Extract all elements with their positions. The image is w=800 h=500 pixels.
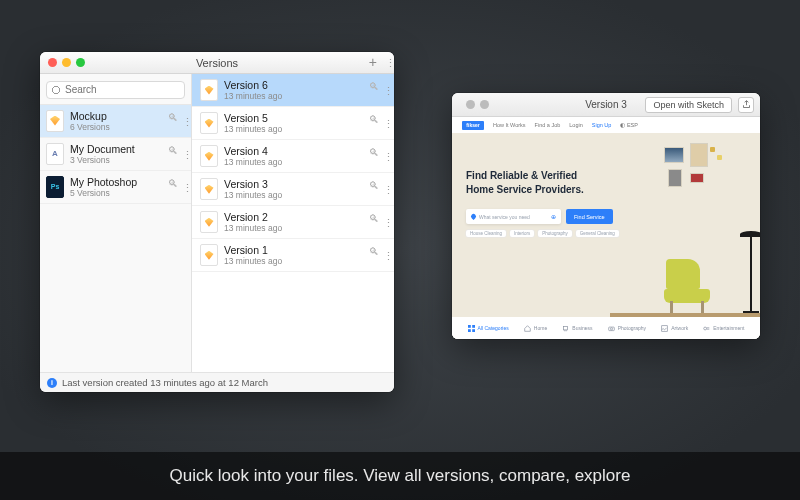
mock-category: Artwork (661, 325, 688, 332)
quicklook-icon[interactable]: 🔍︎ (369, 246, 379, 264)
minimize-icon[interactable] (62, 58, 71, 67)
quicklook-icon[interactable]: 🔍︎ (369, 81, 379, 99)
status-text: Last version created 13 minutes ago at 1… (62, 377, 268, 388)
nav-lang: ◐ ESP (620, 122, 638, 128)
more-icon[interactable] (383, 213, 386, 231)
version-time: 13 minutes ago (224, 223, 363, 233)
version-item[interactable]: Version 6 13 minutes ago 🔍︎ (192, 74, 394, 107)
file-subtitle: 3 Versions (70, 155, 162, 165)
nav-item: Login (569, 122, 582, 128)
file-name: My Document (70, 143, 162, 155)
version-item[interactable]: Version 4 13 minutes ago 🔍︎ (192, 140, 394, 173)
file-item[interactable]: My Document 3 Versions 🔍︎ (40, 138, 191, 171)
sketch-file-icon (200, 112, 218, 134)
quicklook-icon[interactable]: 🔍︎ (369, 180, 379, 198)
files-pane: Mockup 6 Versions 🔍︎ My Document 3 Versi… (40, 74, 192, 372)
file-subtitle: 5 Versions (70, 188, 162, 198)
svg-rect-2 (468, 329, 471, 332)
wall-frame-icon (690, 143, 708, 167)
share-button[interactable] (738, 97, 754, 113)
share-icon (742, 100, 751, 109)
wall-frame-icon (690, 173, 704, 183)
minimize-icon[interactable] (480, 100, 489, 109)
svg-rect-4 (564, 326, 568, 330)
svg-point-8 (704, 327, 707, 330)
close-icon[interactable] (48, 58, 57, 67)
mock-hero: Find Reliable & VerifiedHome Service Pro… (452, 133, 760, 339)
sketch-file-icon (200, 79, 218, 101)
mock-logo: fikser (462, 121, 484, 130)
version-name: Version 4 (224, 145, 363, 157)
version-name: Version 3 (224, 178, 363, 190)
mock-category: Photography (608, 325, 646, 332)
more-icon[interactable] (385, 56, 388, 70)
nav-item: Find a Job (535, 122, 561, 128)
svg-rect-1 (472, 325, 475, 328)
version-name: Version 6 (224, 79, 363, 91)
sketch-file-icon (200, 211, 218, 233)
svg-rect-0 (468, 325, 471, 328)
versions-title: Versions (40, 57, 394, 69)
versions-pane: Version 6 13 minutes ago 🔍︎ Version 5 13… (192, 74, 394, 372)
file-item[interactable]: My Photoshop 5 Versions 🔍︎ (40, 171, 191, 204)
version-time: 13 minutes ago (224, 91, 363, 101)
ps-file-icon (46, 176, 64, 198)
mock-category: Business (562, 325, 592, 332)
locate-icon: ⊕ (551, 213, 556, 220)
lamp-icon (750, 233, 752, 313)
sticky-note-icon (710, 147, 715, 152)
more-icon[interactable] (182, 112, 185, 130)
version-item[interactable]: Version 5 13 minutes ago 🔍︎ (192, 107, 394, 140)
sketch-file-icon (200, 145, 218, 167)
preview-titlebar: Version 3 Open with Sketch (452, 93, 760, 117)
svg-rect-3 (472, 329, 475, 332)
traffic-lights[interactable] (40, 58, 85, 67)
zoom-icon[interactable] (76, 58, 85, 67)
mock-tags: House CleaningInteriorsPhotographyGenera… (466, 230, 619, 237)
more-icon[interactable] (383, 246, 386, 264)
mock-category-bar: All CategoriesHomeBusinessPhotographyArt… (452, 317, 760, 339)
mock-tag: Photography (538, 230, 572, 237)
more-icon[interactable] (383, 147, 386, 165)
mock-search-input: What service you need⊕ (466, 209, 561, 224)
quicklook-icon[interactable]: 🔍︎ (369, 147, 379, 165)
svg-rect-7 (662, 325, 668, 331)
file-item[interactable]: Mockup 6 Versions 🔍︎ (40, 105, 191, 138)
quicklook-icon[interactable]: 🔍︎ (168, 178, 178, 196)
close-icon[interactable] (466, 100, 475, 109)
more-icon[interactable] (182, 145, 185, 163)
category-icon (562, 325, 569, 332)
mock-search-button: Find Service (566, 209, 613, 224)
pin-icon (470, 213, 477, 220)
quicklook-icon[interactable]: 🔍︎ (168, 112, 178, 130)
promo-caption: Quick look into your files. View all ver… (0, 452, 800, 500)
mock-tag: House Cleaning (466, 230, 506, 237)
version-item[interactable]: Version 2 13 minutes ago 🔍︎ (192, 206, 394, 239)
more-icon[interactable] (383, 180, 386, 198)
traffic-lights[interactable] (458, 100, 489, 109)
add-button[interactable]: + (369, 55, 377, 69)
sketch-file-icon (200, 178, 218, 200)
sticky-note-icon (717, 155, 722, 160)
more-icon[interactable] (383, 81, 386, 99)
category-icon (468, 325, 475, 332)
quicklook-icon[interactable]: 🔍︎ (168, 145, 178, 163)
more-icon[interactable] (182, 178, 185, 196)
more-icon[interactable] (383, 114, 386, 132)
quicklook-icon[interactable]: 🔍︎ (369, 213, 379, 231)
category-icon (661, 325, 668, 332)
mock-category: All Categories (468, 325, 509, 332)
mock-navbar: fikser How It Works Find a Job Login Sig… (452, 117, 760, 133)
preview-content: fikser How It Works Find a Job Login Sig… (452, 117, 760, 339)
versions-window: Versions + Mockup 6 Versions 🔍︎ My Docum… (40, 52, 394, 392)
version-item[interactable]: Version 3 13 minutes ago 🔍︎ (192, 173, 394, 206)
open-with-button[interactable]: Open with Sketch (645, 97, 732, 113)
version-name: Version 2 (224, 211, 363, 223)
wall-frame-icon (668, 169, 682, 187)
quicklook-icon[interactable]: 🔍︎ (369, 114, 379, 132)
versions-titlebar: Versions + (40, 52, 394, 74)
version-name: Version 1 (224, 244, 363, 256)
category-icon (703, 325, 710, 332)
search-input[interactable] (46, 81, 185, 99)
version-item[interactable]: Version 1 13 minutes ago 🔍︎ (192, 239, 394, 272)
